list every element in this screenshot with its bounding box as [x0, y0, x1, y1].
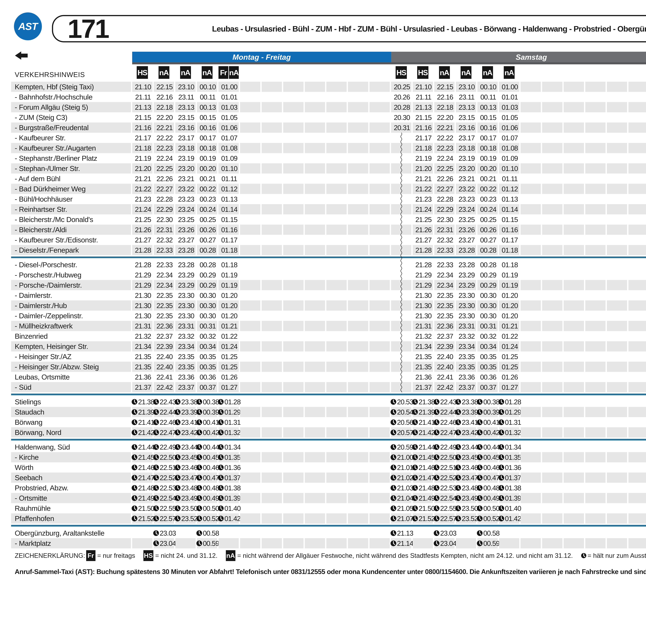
departure-time: 22.36: [154, 322, 175, 330]
departure-time: 21.42: [413, 428, 434, 436]
time-cell: 00.58: [477, 528, 499, 538]
departure-time: 21.11: [413, 93, 434, 101]
time-cell: [521, 300, 542, 311]
departure-time: 00.15: [478, 113, 498, 121]
departure-time: 00.50: [198, 504, 218, 512]
clock-icon: [477, 495, 482, 501]
clock-icon: [196, 409, 202, 415]
time-cell: 23.20: [175, 163, 197, 174]
departure-time: 23.35: [176, 353, 196, 361]
time-cell: [305, 397, 326, 407]
table-row: - Dieselstr./Fenepark21.2822.3323.2800.2…: [0, 245, 646, 255]
departure-time: 23.24: [176, 205, 196, 213]
time-cell: [564, 427, 585, 437]
time-cell: 23.17: [456, 133, 477, 143]
stop-name: Staudach: [0, 407, 132, 417]
departure-time: 22.50: [154, 453, 175, 461]
departure-time: 21.25: [413, 216, 434, 224]
clock-icon: [175, 475, 181, 480]
time-cell: 00.46: [197, 462, 218, 472]
departure-time: 00.58: [198, 529, 218, 537]
time-cell: [326, 452, 348, 462]
time-cell: [564, 538, 585, 548]
clock-icon: [499, 485, 504, 491]
time-cell: 22.32: [154, 235, 175, 245]
time-cell: 23.21: [456, 174, 477, 184]
time-cell: [369, 153, 391, 163]
time-cell: [628, 331, 646, 341]
departure-time: 23.44: [176, 443, 196, 451]
departure-time: 21.24: [133, 205, 153, 213]
time-cell: [326, 143, 348, 153]
departure-time: 00.20: [478, 165, 498, 173]
departure-time: 00.16: [478, 124, 498, 132]
time-cell: [369, 280, 391, 290]
time-cell: [240, 427, 261, 437]
time-cell: 00.41: [197, 417, 218, 427]
departure-time: 20.30: [392, 113, 412, 121]
departure-time: 22.46: [154, 418, 175, 426]
time-cell: 22.29: [434, 204, 456, 214]
time-cell: 00.17: [477, 133, 499, 143]
time-cell: [369, 351, 391, 362]
time-cell: 22.23: [434, 143, 456, 153]
departure-time: 21.29: [133, 281, 153, 289]
time-cell: [348, 493, 369, 503]
time-cell: 21.20: [132, 163, 154, 174]
time-cell: [369, 112, 391, 122]
time-cell: 01.14: [499, 204, 521, 214]
time-cell: [348, 397, 369, 407]
time-cell: 00.20: [477, 163, 499, 174]
time-cell: [413, 528, 434, 538]
time-cell: [240, 204, 261, 214]
time-cell: [542, 351, 564, 362]
clock-icon: [477, 409, 482, 415]
time-cell: [564, 493, 585, 503]
time-cell: 22.57: [434, 513, 456, 524]
time-cell: [261, 452, 283, 462]
clock-icon: [499, 475, 504, 480]
time-cell: [132, 528, 154, 538]
departure-time: 01.00: [219, 83, 239, 91]
time-cell: 01.22: [499, 331, 521, 341]
clock-icon: [153, 506, 159, 511]
time-cell: [542, 133, 564, 143]
departure-time: 00.46: [478, 463, 498, 471]
time-cell: 01.36: [499, 462, 521, 472]
departure-time: 01.22: [500, 332, 520, 340]
time-cell: [607, 372, 628, 382]
time-cell: [305, 483, 326, 493]
time-cell: [369, 270, 391, 280]
time-cell: 21.35: [132, 351, 154, 362]
departure-time: 22.53: [154, 484, 175, 492]
time-cell: [521, 538, 542, 548]
departure-time: 01.40: [500, 504, 520, 512]
clock-icon: [153, 444, 159, 450]
stop-name: Haldenwang, Süd: [0, 442, 132, 452]
departure-time: 00.32: [478, 332, 498, 340]
departure-time: 22.52: [154, 474, 175, 482]
time-cell: 20.31: [391, 122, 413, 133]
time-cell: [261, 503, 283, 513]
time-cell: 23.46: [175, 462, 197, 472]
time-cell: 21.34: [132, 341, 154, 351]
stop-name: - Kaufbeurer Str./Edisonstr.: [0, 235, 132, 245]
time-cell: 01.19: [499, 270, 521, 280]
time-cell: [348, 163, 369, 174]
departure-time: 21.45: [413, 453, 434, 461]
time-cell: [326, 407, 348, 417]
departure-time: 00.47: [478, 474, 498, 482]
time-cell: 01.29: [218, 407, 240, 417]
time-cell: [585, 133, 607, 143]
table-row: Staudach21.3922.4423.3900.3901.2920.5421…: [0, 407, 646, 417]
time-cell: 23.52: [175, 513, 197, 524]
time-cell: [369, 300, 391, 311]
clock-icon: [196, 430, 202, 435]
time-cell: 23.25: [175, 214, 197, 225]
time-cell: [585, 92, 607, 102]
stop-name: - Diesel-/Porschestr.: [0, 259, 132, 270]
stop-name: - Kirche: [0, 452, 132, 462]
time-cell: [542, 321, 564, 331]
time-cell: 22.33: [154, 245, 175, 255]
time-cell: [564, 341, 585, 351]
